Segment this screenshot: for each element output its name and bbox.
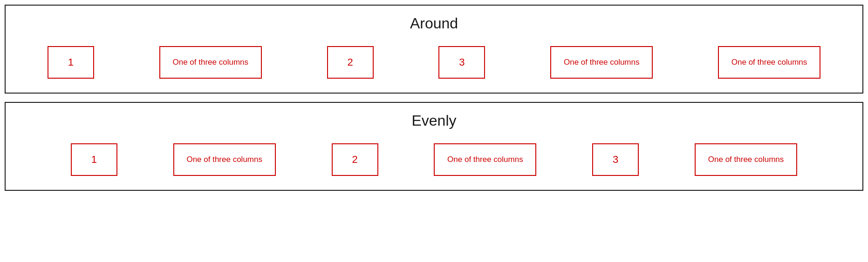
evenly-item-1-number: 1 <box>71 143 117 176</box>
evenly-section: Evenly 1 One of three columns 2 One of t… <box>5 102 863 191</box>
around-item-1-text: One of three columns <box>159 46 262 79</box>
evenly-item-3-text: One of three columns <box>695 143 797 176</box>
around-item-2-number: 2 <box>327 46 374 79</box>
around-item-3-text: One of three columns <box>718 46 820 79</box>
evenly-flex-row: 1 One of three columns 2 One of three co… <box>15 143 853 176</box>
evenly-item-2-number: 2 <box>332 143 378 176</box>
evenly-item-2-text: One of three columns <box>434 143 536 176</box>
around-item-1-number: 1 <box>48 46 94 79</box>
around-item-3-number: 3 <box>438 46 485 79</box>
around-title: Around <box>15 10 853 37</box>
around-section: Around 1 One of three columns 2 3 One of… <box>5 5 863 94</box>
evenly-item-1-text: One of three columns <box>173 143 276 176</box>
evenly-title: Evenly <box>15 107 853 134</box>
around-flex-row: 1 One of three columns 2 3 One of three … <box>15 46 853 79</box>
evenly-item-3-number: 3 <box>592 143 639 176</box>
around-item-2-text: One of three columns <box>550 46 653 79</box>
